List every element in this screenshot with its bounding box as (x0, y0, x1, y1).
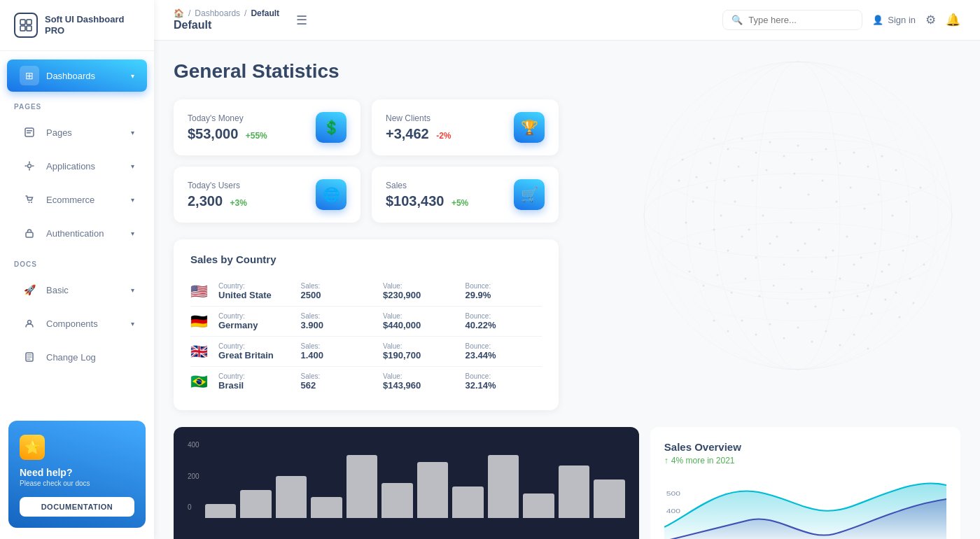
ecommerce-icon (20, 190, 39, 209)
chevron-down-icon: ▾ (131, 320, 134, 328)
svg-point-55 (867, 285, 869, 287)
svg-point-16 (658, 139, 938, 209)
svg-point-90 (857, 295, 859, 298)
svg-point-47 (755, 257, 757, 259)
stat-change: +5% (451, 198, 468, 208)
svg-point-44 (713, 229, 715, 231)
bar (452, 486, 484, 518)
arrow-up-icon: ↑ (664, 456, 668, 465)
svg-point-56 (881, 271, 883, 273)
svg-rect-1 (27, 20, 31, 24)
help-card: ⭐ Need help? Please check our docs DOCUM… (8, 421, 146, 528)
sign-in-label: Sign in (888, 15, 916, 25)
svg-point-45 (727, 250, 729, 252)
bar (488, 455, 519, 518)
svg-point-58 (909, 278, 911, 280)
notifications-icon[interactable]: 🔔 (946, 13, 960, 27)
svg-point-109 (713, 320, 715, 322)
svg-point-17 (658, 223, 938, 293)
sidebar-item-components[interactable]: Components ▾ (7, 307, 147, 340)
chevron-down-icon: ▾ (131, 162, 134, 170)
svg-point-84 (773, 285, 775, 287)
main-area: 🏠 / Dashboards / Default Default ☰ 🔍 👤 S… (154, 0, 980, 539)
svg-point-62 (710, 162, 712, 164)
country-sales: 3.900 (301, 320, 378, 330)
country-value: $440,000 (383, 320, 460, 330)
svg-point-14 (644, 174, 952, 258)
y-label: 400 (188, 441, 200, 449)
sidebar-item-basic[interactable]: 🚀 Basic ▾ (7, 274, 147, 306)
stat-change: -2% (436, 131, 451, 141)
svg-point-59 (923, 264, 925, 266)
svg-point-25 (692, 201, 694, 203)
country-bounce: 23.44% (465, 350, 542, 360)
svg-point-32 (790, 222, 792, 224)
pages-icon (20, 122, 39, 142)
bar (276, 476, 307, 518)
svg-rect-2 (20, 26, 25, 31)
svg-point-73 (864, 208, 866, 210)
svg-point-27 (720, 215, 722, 217)
sidebar: Soft UI Dashboard PRO ⊞ Dashboards ▾ PAG… (0, 0, 154, 539)
country-name: Germany (218, 320, 295, 330)
svg-point-78 (689, 271, 691, 273)
svg-point-18 (693, 111, 903, 153)
svg-point-118 (839, 344, 841, 346)
stat-info-clients: New Clients +3,462 -2% (386, 113, 451, 142)
country-row-br: 🇧🇷 Country: Brasil Sales: 562 Value: $14… (190, 367, 542, 396)
documentation-button[interactable]: DOCUMENTATION (20, 497, 134, 517)
stat-label: New Clients (386, 113, 451, 123)
stat-change: +55% (246, 131, 267, 141)
svg-point-111 (741, 320, 743, 322)
sidebar-item-label: Ecommerce (46, 195, 94, 205)
topbar-right: 🔍 👤 Sign in ⚙ 🔔 (722, 10, 960, 30)
sidebar-item-authentication[interactable]: Authentication ▾ (7, 217, 147, 249)
svg-point-9 (31, 202, 32, 203)
topbar: 🏠 / Dashboards / Default Default ☰ 🔍 👤 S… (154, 0, 980, 41)
svg-rect-6 (27, 132, 31, 134)
svg-point-23 (658, 62, 938, 370)
applications-icon (20, 156, 39, 176)
search-box[interactable]: 🔍 (722, 10, 862, 30)
svg-point-110 (727, 330, 729, 332)
sidebar-item-changelog[interactable]: Change Log (7, 341, 147, 373)
svg-point-100 (783, 155, 785, 158)
svg-point-117 (825, 330, 827, 332)
country-bounce: 40.22% (465, 320, 542, 330)
hamburger-icon[interactable]: ☰ (296, 13, 307, 28)
svg-point-22 (686, 62, 910, 370)
home-icon[interactable]: 🏠 (174, 8, 184, 18)
search-input[interactable] (748, 15, 853, 25)
bar (382, 483, 413, 518)
country-value: $230,900 (383, 290, 460, 300)
svg-point-20 (756, 62, 840, 370)
sidebar-item-applications[interactable]: Applications ▾ (7, 150, 147, 182)
svg-point-94 (913, 302, 915, 304)
svg-point-66 (766, 169, 768, 172)
pages-section-label: PAGES (0, 93, 154, 115)
svg-point-80 (717, 274, 719, 276)
sign-in-button[interactable]: 👤 Sign in (872, 15, 916, 25)
logo-icon (14, 13, 38, 38)
settings-icon[interactable]: ⚙ (925, 13, 936, 27)
bar (240, 490, 272, 518)
bar (523, 493, 554, 518)
sidebar-item-pages[interactable]: Pages ▾ (7, 116, 147, 148)
wave-svg: 500 400 (664, 471, 946, 539)
svg-point-65 (752, 180, 754, 182)
svg-point-88 (829, 292, 831, 294)
svg-rect-10 (26, 232, 33, 237)
svg-point-92 (885, 299, 887, 301)
svg-point-70 (822, 180, 824, 182)
country-name: Great Britain (218, 350, 295, 360)
svg-point-72 (850, 187, 852, 189)
breadcrumb-current: Default (251, 8, 279, 18)
svg-point-113 (769, 323, 771, 326)
chevron-down-icon: ▾ (131, 72, 134, 80)
dashboards-icon: ⊞ (20, 66, 39, 85)
basic-icon: 🚀 (20, 280, 39, 300)
sidebar-item-ecommerce[interactable]: Ecommerce ▾ (7, 183, 147, 216)
svg-point-64 (738, 166, 740, 168)
breadcrumb-dashboards[interactable]: Dashboards (195, 8, 240, 18)
sidebar-item-dashboards[interactable]: ⊞ Dashboards ▾ (7, 59, 147, 92)
